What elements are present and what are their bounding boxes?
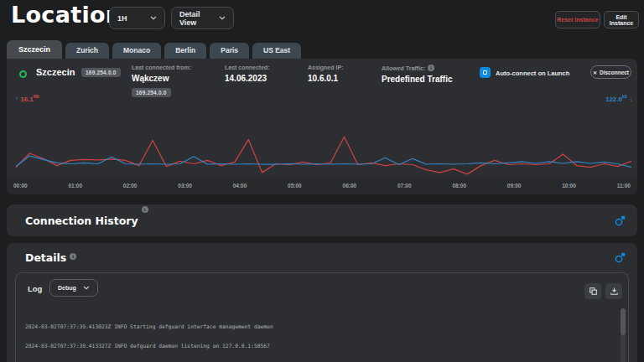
field-label: Last connected: bbox=[225, 65, 270, 70]
traffic-chart bbox=[9, 106, 635, 176]
download-log-button[interactable] bbox=[605, 283, 622, 299]
download-unit: kB bbox=[622, 95, 627, 99]
log-line: 2024-03-02T07:37:39.413327Z INFO defguar… bbox=[25, 343, 610, 349]
instance-name: Szczecin bbox=[36, 67, 75, 77]
field-value: Predefined Traffic bbox=[382, 75, 452, 84]
field-value: 10.6.0.1 bbox=[308, 74, 343, 83]
field-label: Allowed Traffic: bbox=[382, 65, 425, 71]
field-value: 14.06.2023 bbox=[225, 74, 270, 83]
x-tick: 10:00 bbox=[562, 178, 576, 194]
disconnect-button[interactable]: ✕ Disconnect bbox=[590, 65, 631, 79]
autoconnect-checkbox[interactable] bbox=[480, 67, 491, 78]
x-tick: 06:00 bbox=[343, 178, 357, 194]
field-allowed-traffic: Allowed Traffic: i Predefined Traffic bbox=[382, 65, 452, 84]
chevron-down-icon bbox=[219, 16, 226, 20]
log-box: Log Debug 2024-03-02T07:37:39.413023Z IN… bbox=[15, 272, 629, 362]
download-arrow-icon: ↓ bbox=[629, 96, 632, 103]
upload-arrow-icon: ↑ bbox=[15, 96, 18, 103]
log-scrollbar-thumb[interactable] bbox=[621, 308, 626, 335]
tab-berlin[interactable]: Berlin bbox=[164, 43, 206, 59]
log-content[interactable]: 2024-03-02T07:37:39.413023Z INFO Startin… bbox=[17, 307, 617, 362]
last-connected-ip-badge: 169.254.0.0 bbox=[132, 88, 171, 97]
tab-us-east[interactable]: US East bbox=[252, 43, 301, 59]
details-title: Details bbox=[25, 251, 66, 264]
upload-value: 16.1 bbox=[20, 96, 34, 103]
view-mode-dropdown[interactable]: Detail View bbox=[171, 7, 234, 29]
upload-unit: MB bbox=[34, 95, 39, 99]
x-tick: 11:00 bbox=[617, 178, 631, 194]
location-tabs: Szczecin Zurich Monaco Berlin Paris US E… bbox=[7, 40, 301, 59]
field-label: Assigned IP: bbox=[308, 65, 343, 70]
tab-zurich[interactable]: Zurich bbox=[65, 43, 109, 59]
log-level-dropdown[interactable]: Debug bbox=[49, 279, 98, 297]
field-assigned-ip: Assigned IP: 10.6.0.1 bbox=[308, 65, 343, 83]
connection-history-title: Connection History bbox=[25, 215, 138, 227]
time-range-dropdown[interactable]: 1H bbox=[109, 7, 165, 29]
download-value: 122.0 bbox=[605, 96, 622, 103]
download-traffic-label: 122.0kB ↓ bbox=[605, 95, 632, 103]
field-last-connected-from: Last connected from: Wąkczew 169.254.0.0 bbox=[132, 65, 191, 98]
info-icon[interactable]: i bbox=[142, 206, 148, 213]
x-tick: 00:00 bbox=[13, 178, 28, 194]
disconnect-label: Disconnect bbox=[600, 70, 629, 75]
x-tick: 08:00 bbox=[452, 178, 466, 194]
log-label: Log bbox=[28, 284, 42, 293]
download-icon bbox=[610, 287, 618, 295]
status-connected-icon bbox=[19, 70, 27, 78]
x-tick: 05:00 bbox=[288, 178, 302, 194]
x-tick: 03:00 bbox=[178, 178, 192, 194]
reset-instance-button[interactable]: Reset Instance bbox=[555, 11, 600, 28]
log-scrollbar[interactable] bbox=[621, 308, 626, 362]
expand-icon[interactable] bbox=[615, 252, 626, 263]
field-label: Last connected from: bbox=[132, 65, 191, 70]
close-icon: ✕ bbox=[593, 70, 597, 75]
checkbox-check-icon bbox=[483, 70, 487, 75]
chart-line-download bbox=[16, 156, 631, 168]
x-tick: 01:00 bbox=[68, 178, 82, 194]
connection-history-panel: Connection History i bbox=[7, 204, 637, 236]
edit-instance-button[interactable]: Edit Instance bbox=[604, 11, 639, 28]
instance-ip-badge: 169.254.0.0 bbox=[81, 68, 121, 77]
copy-log-button[interactable] bbox=[584, 283, 601, 299]
field-last-connected: Last connected: 14.06.2023 bbox=[225, 65, 270, 83]
copy-icon bbox=[589, 287, 597, 295]
view-mode-value: Detail View bbox=[179, 10, 219, 27]
tab-szczecin[interactable]: Szczecin bbox=[7, 40, 62, 59]
chevron-down-icon bbox=[83, 286, 90, 290]
tab-monaco[interactable]: Monaco bbox=[112, 43, 161, 59]
chart-line-upload bbox=[16, 137, 631, 174]
tab-paris[interactable]: Paris bbox=[210, 43, 249, 59]
x-tick: 02:00 bbox=[123, 178, 138, 194]
chevron-down-icon bbox=[150, 16, 157, 20]
upload-traffic-label: ↑ 16.1MB bbox=[15, 95, 39, 103]
time-range-value: 1H bbox=[117, 14, 127, 23]
log-level-value: Debug bbox=[58, 285, 76, 291]
expand-icon[interactable] bbox=[615, 215, 626, 226]
x-tick: 04:00 bbox=[233, 178, 247, 194]
autoconnect-label: Auto-connect on Launch bbox=[496, 70, 569, 77]
x-tick: 09:00 bbox=[507, 178, 522, 194]
log-line: 2024-03-02T07:37:39.413023Z INFO Startin… bbox=[25, 323, 610, 330]
chart-x-axis: 00:00 01:00 02:00 03:00 04:00 05:00 06:0… bbox=[7, 178, 637, 194]
info-icon[interactable]: i bbox=[70, 253, 76, 260]
x-tick: 07:00 bbox=[397, 178, 412, 194]
field-value: Wąkczew bbox=[132, 74, 191, 83]
info-icon[interactable]: i bbox=[428, 65, 434, 71]
details-panel: Details i Log Debug 2024-03-02T07:37:39.… bbox=[7, 243, 637, 362]
